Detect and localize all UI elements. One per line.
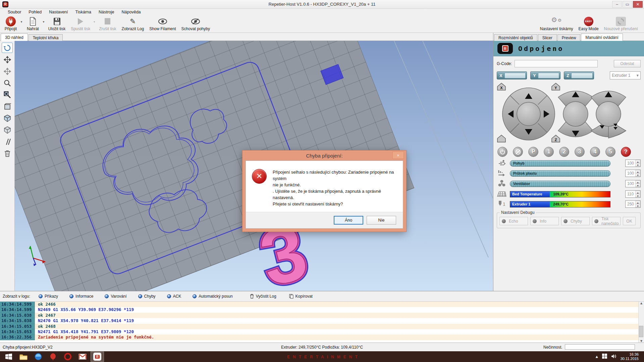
debug-errors-button[interactable]: Chyby — [561, 217, 590, 225]
opera-icon[interactable] — [61, 352, 74, 362]
z-jog-center[interactable] — [563, 102, 588, 126]
tab-teplotni-krivka[interactable]: Teplotní křivka — [29, 34, 63, 41]
tab-rozmisteni-objektu[interactable]: Rozmístění objektů — [494, 34, 537, 41]
log-scrollbar[interactable]: ▲ ▼ — [638, 302, 644, 343]
extruder-jog-center[interactable] — [596, 102, 621, 126]
xy-jog-center[interactable] — [517, 102, 540, 126]
show-filament-button[interactable]: Show Filament — [147, 15, 178, 33]
home-x-button[interactable]: X — [497, 83, 505, 90]
filter-autoscroll-button[interactable]: Automatický posun — [190, 293, 235, 300]
gcode-input[interactable] — [515, 60, 598, 67]
zoom-window-button[interactable] — [2, 89, 13, 100]
scrollbar-thumb[interactable] — [639, 326, 643, 337]
send-button[interactable]: Odeslat — [614, 60, 641, 67]
extruder-temperature-bar[interactable]: Extruder 1 249,70°C — [510, 201, 610, 207]
bed-temperature-bar[interactable]: Bed Temperature 109,39°C — [510, 191, 610, 197]
save-print-button[interactable]: Uložit tisk — [46, 15, 68, 33]
debug-info-button[interactable]: Info — [530, 217, 559, 225]
gmail-icon[interactable] — [76, 352, 89, 362]
filter-warnings-button[interactable]: Varování — [102, 293, 129, 300]
zoom-button[interactable] — [2, 78, 13, 88]
home-z-button[interactable]: Z — [552, 135, 560, 142]
menu-nastroje[interactable]: Nástroje — [95, 9, 118, 15]
scroll-up-icon[interactable]: ▲ — [640, 302, 642, 305]
move-view-button[interactable] — [2, 54, 13, 65]
volume-icon[interactable] — [611, 354, 616, 360]
rotate-view-button[interactable] — [2, 43, 13, 53]
maximize-button[interactable]: ▭ — [623, 1, 632, 8]
preset-4-button[interactable]: 4 — [590, 147, 600, 157]
home-y-button[interactable]: Y — [552, 83, 560, 90]
debug-echo-button[interactable]: Echo — [499, 217, 528, 225]
tab-manualni-ovladani[interactable]: Manuální ovládání — [581, 34, 623, 41]
clear-log-button[interactable]: Vyčistit Log — [247, 293, 280, 300]
copy-log-button[interactable]: Kopírovat — [286, 293, 316, 300]
preset-3-button[interactable]: 3 — [575, 147, 585, 157]
debug-ok-button[interactable]: OK — [623, 217, 636, 225]
preset-2-button[interactable]: 2 — [559, 147, 569, 157]
browser-icon[interactable] — [32, 352, 45, 362]
repetier-host-taskbar-icon[interactable]: R — [91, 352, 104, 362]
network-icon[interactable] — [602, 354, 607, 360]
hide-travel-button[interactable]: Schovat pohyby — [179, 15, 213, 33]
speed-value[interactable]: 100 ▲▼ — [625, 160, 641, 167]
fan-slider[interactable]: Ventilátor — [510, 181, 610, 187]
scroll-down-icon[interactable]: ▼ — [640, 340, 642, 343]
preset-5-button[interactable]: 5 — [605, 147, 615, 157]
power-button[interactable] — [497, 147, 507, 157]
load-dropdown[interactable]: ▼ — [42, 20, 46, 27]
spin-down-icon[interactable]: ▼ — [635, 163, 640, 167]
load-button[interactable]: Nahrát — [23, 15, 42, 33]
tab-slicer[interactable]: Slicer — [538, 34, 557, 41]
iso-view-button[interactable] — [2, 113, 13, 123]
xy-jog-pad[interactable] — [502, 88, 555, 140]
filter-commands-button[interactable]: Příkazy — [36, 293, 61, 300]
menu-tiskarna[interactable]: Tiskárna — [72, 9, 95, 15]
menu-napoveda[interactable]: Nápověda — [118, 9, 145, 15]
speed-slider[interactable]: Pohyb — [510, 160, 610, 167]
filter-info-button[interactable]: Informace — [66, 293, 96, 300]
home-all-button[interactable] — [497, 135, 505, 142]
help-button[interactable]: ? — [621, 147, 631, 157]
dialog-no-button[interactable]: Nie — [367, 216, 396, 225]
filter-errors-button[interactable]: Chyby — [135, 293, 159, 300]
heat-off-button[interactable] — [513, 147, 523, 157]
connect-button[interactable]: Připojit — [1, 15, 20, 33]
spin-up-icon[interactable]: ▲ — [635, 160, 640, 163]
preset-1-button[interactable]: 1 — [544, 147, 554, 157]
file-explorer-icon[interactable] — [17, 352, 30, 362]
show-log-button[interactable]: ✎ Zobrazit Log — [119, 15, 147, 33]
park-button[interactable]: P — [528, 147, 538, 157]
printer-settings-button[interactable]: ⚙⚙ Nastavení tiskárny — [537, 15, 576, 33]
close-button[interactable]: ✕ — [633, 1, 643, 8]
extruder-temp-target[interactable]: 250 ▲▼ — [625, 200, 641, 208]
perspective-view-button[interactable] — [2, 125, 13, 135]
delete-object-button[interactable] — [2, 148, 13, 159]
extruder-select[interactable]: Extruder 1▼ — [610, 71, 641, 79]
menu-pohled[interactable]: Pohled — [25, 9, 45, 15]
axis-y-button[interactable]: Y — [530, 71, 560, 79]
bed-temp-target[interactable]: 110 ▲▼ — [625, 190, 641, 198]
filter-ack-button[interactable]: ACK — [164, 293, 184, 300]
parallel-projection-button[interactable] — [2, 136, 13, 147]
dialog-yes-button[interactable]: Áno — [334, 216, 363, 225]
front-view-button[interactable] — [2, 101, 13, 112]
flow-slider[interactable]: Průtok plastu — [510, 170, 610, 177]
debug-dryrun-button[interactable]: Tisk nanečisto — [592, 217, 621, 225]
start-button[interactable] — [2, 352, 15, 362]
flow-value[interactable]: 100 ▲▼ — [625, 170, 641, 177]
fan-value[interactable]: 100 ▲▼ — [625, 180, 641, 187]
move-object-button[interactable] — [2, 66, 13, 76]
axis-z-button[interactable]: Z — [564, 71, 594, 79]
minimize-button[interactable]: – — [612, 1, 622, 8]
tab-preview[interactable]: Preview — [557, 34, 581, 41]
clock[interactable]: 16:36 30.11.2015 — [621, 352, 639, 361]
tab-3d-nahled[interactable]: 3D náhled — [1, 34, 28, 41]
menu-nastaveni[interactable]: Nastavení — [45, 9, 71, 15]
red-app-icon[interactable] — [46, 352, 60, 362]
connect-dropdown[interactable]: ▼ — [20, 20, 23, 27]
axis-x-button[interactable]: X — [497, 71, 527, 79]
dialog-close-button[interactable]: × — [392, 152, 404, 159]
menu-soubor[interactable]: Soubor — [4, 9, 25, 15]
easy-mode-button[interactable]: EASY Easy Mode — [576, 15, 601, 33]
